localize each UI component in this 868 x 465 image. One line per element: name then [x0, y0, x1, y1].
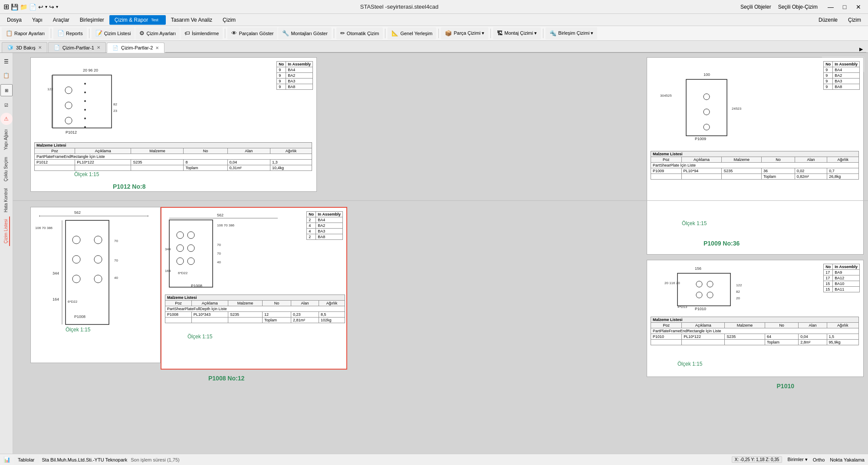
title-bar-left-icons: ⊞ 💾 📁 📄 ↩ ▾ ↪ ▾ [3, 3, 58, 11]
sidebar-icon-select[interactable]: ☑ [0, 99, 13, 111]
undo-arrow[interactable]: ▾ [45, 4, 47, 9]
toolbar-sep-3 [225, 29, 225, 38]
toolbar-sep-8 [543, 29, 543, 38]
sidebar-icon-menu[interactable]: ☰ [0, 56, 13, 68]
svg-text:20 116 20: 20 116 20 [664, 281, 680, 285]
p1009-material-table: Malzeme Listesi Poz Açıklama Malzeme No … [651, 151, 859, 180]
svg-text:6*D22: 6*D22 [68, 300, 78, 304]
rapor-ayarlari-button[interactable]: 📋 Rapor Ayarları [2, 27, 49, 39]
svg-point-14 [84, 118, 86, 119]
isimlendirme-button[interactable]: 🏷 İsimlendirme [181, 27, 223, 39]
toolbar-sep-2 [89, 29, 89, 38]
montajlari-goster-button[interactable]: 🔧 Montajları Göster [278, 27, 331, 39]
svg-text:24523: 24523 [732, 107, 742, 111]
toolbar-sep-1 [51, 29, 51, 38]
undo-icon[interactable]: ↩ [38, 3, 43, 10]
svg-rect-57 [66, 220, 109, 324]
svg-point-63 [94, 275, 102, 283]
parcalari-goster-button[interactable]: 👁 Parçaları Göster [227, 27, 277, 39]
units-dropdown[interactable]: Birimler ▾ [787, 457, 807, 462]
close-button[interactable]: ✕ [852, 2, 865, 12]
p1009-title: P1009 No:36 [704, 240, 740, 247]
p1008-scale: Ölçek 1:15 [187, 334, 212, 340]
menu-tasarim[interactable]: Tasarım Ve Analiz [166, 15, 217, 25]
svg-rect-26 [169, 220, 213, 287]
tablolar-button[interactable]: Tablolar [14, 455, 39, 465]
birlesim-cizimi-button[interactable]: 🔩 Birleşim Çizimi ▾ [546, 27, 597, 39]
p1010-assembly-table: No In Assembly 17BA9 17BA12 15BA10 15BA1… [823, 264, 860, 292]
toolbar-sep-7 [490, 29, 491, 38]
tab-cizim-partlar-2-close[interactable]: ✕ [155, 46, 159, 50]
cizim-listesi-button[interactable]: 📝 Çizim Listesi [92, 27, 135, 39]
redo-icon[interactable]: ↪ [49, 3, 54, 10]
svg-point-30 [187, 245, 194, 252]
canvas-area[interactable]: ⊞ 🔍 100 No In Assembly 9BA4 9BA2 9BA3 9B… [13, 53, 868, 454]
tab-cizim-partlar-2[interactable]: 📄 Çizim-Partlar-2 ✕ [107, 43, 164, 53]
svg-text:P1008: P1008 [74, 314, 85, 319]
montaj-cizimi-button[interactable]: 🏗 Montaj Çizimi ▾ [493, 27, 541, 39]
menu-bar: Dosya Yapı Araçlar Birleşimler Çizim & R… [0, 14, 868, 26]
svg-text:122: 122 [47, 87, 53, 91]
menu-birlesimler[interactable]: Birleşimler [75, 15, 109, 25]
cizim-ayarlari-icon: ⚙ [139, 30, 145, 36]
parca-cizimi-button[interactable]: 📦 Parça Çizimi ▾ [441, 27, 488, 39]
tab-bar: 🧊 3D Bakış ✕ 📄 Çizim-Partlar-1 ✕ 📄 Çizim… [0, 41, 868, 53]
menu-araclar[interactable]: Araçlar [48, 15, 75, 25]
toolbar-sep-6 [438, 29, 439, 38]
svg-text:P1009: P1009 [695, 137, 706, 141]
minimize-button[interactable]: — [825, 2, 837, 12]
assembly-col-no: No [277, 62, 286, 67]
p1009-scale: Ölçek 1:15 [682, 220, 707, 226]
toolbar-sep-5 [385, 29, 385, 38]
svg-point-58 [72, 236, 80, 244]
parcalari-goster-icon: 👁 [231, 30, 237, 36]
sidebar-icon-warn[interactable]: ⚠ [0, 113, 13, 125]
svg-point-60 [72, 255, 80, 263]
p1009-drawing: 100 304525 24523 P1009 [660, 71, 790, 147]
sidebar-icon-table[interactable]: 📋 [0, 69, 13, 82]
genel-yerlesim-button[interactable]: 📐 Genel Yerleşim [388, 27, 436, 39]
tab-cizim-partlar-1-close[interactable]: ✕ [97, 45, 100, 50]
svg-text:70: 70 [217, 243, 221, 247]
svg-text:122: 122 [736, 283, 742, 287]
svg-text:70: 70 [114, 259, 118, 262]
menu-cizim-right[interactable]: Çizim [843, 15, 866, 25]
tab-cizim-partlar-2-icon: 📄 [112, 45, 118, 51]
svg-text:82: 82 [736, 290, 740, 294]
reports-button[interactable]: 📄 Reports [53, 27, 87, 39]
p1008-title: P1008 No:12 [208, 375, 244, 382]
cizim-ayarlari-button[interactable]: ⚙ Çizim Ayarları [135, 27, 180, 39]
tab-cizim-partlar-1-icon: 📄 [54, 45, 60, 50]
sidebar-label-cizim[interactable]: Çizim Listesi [3, 216, 10, 246]
svg-text:82: 82 [113, 102, 117, 106]
svg-point-46 [707, 292, 713, 298]
menu-cizim-rapor[interactable]: Çizim & Rapor Test [109, 15, 166, 25]
maximize-button[interactable]: □ [838, 2, 851, 12]
menu-duzenle[interactable]: Düzenle [813, 15, 843, 25]
sidebar-label-coklu[interactable]: Çoklu Seçim [3, 154, 10, 184]
save-icon[interactable]: 💾 [11, 3, 18, 10]
sidebar-label-hata[interactable]: Hata Kontrol [3, 186, 10, 215]
selected-object-view-label: Seçili Obje-Çizim [778, 4, 818, 10]
svg-text:106 70 386: 106 70 386 [217, 223, 235, 227]
svg-text:40: 40 [217, 260, 221, 264]
menu-dosya[interactable]: Dosya [2, 15, 27, 25]
otomatik-cizim-icon: ✏ [340, 30, 345, 36]
folder-icon[interactable]: 📁 [20, 3, 27, 10]
tab-cizim-partlar-1[interactable]: 📄 Çizim-Partlar-1 ✕ [48, 42, 106, 52]
tab-3d-bakis-close[interactable]: ✕ [38, 45, 42, 50]
svg-point-61 [94, 255, 102, 263]
tab-3d-bakis[interactable]: 🧊 3D Bakış ✕ [2, 42, 47, 52]
otomatik-cizim-button[interactable]: ✏ Otomatik Çizim [336, 27, 383, 39]
p1008-drawing: 562 344 164 106 70 386 70 70 40 [165, 211, 304, 291]
menu-yapi[interactable]: Yapı [27, 15, 48, 25]
tab-scroll-right[interactable]: ▶ [856, 46, 866, 52]
new-icon[interactable]: 📄 [29, 3, 36, 10]
reports-icon: 📄 [57, 30, 64, 36]
sidebar-label-yapi[interactable]: Yapı Ağacı [3, 127, 10, 153]
window-controls: — □ ✕ [825, 2, 865, 12]
menu-cizim[interactable]: Çizim [217, 15, 241, 25]
svg-text:20 96 20: 20 96 20 [83, 68, 98, 72]
p1010-material-table: Malzeme Listesi Poz Açıklama Malzeme No … [651, 317, 859, 345]
sidebar-icon-layers[interactable]: ⊞ [0, 84, 13, 96]
